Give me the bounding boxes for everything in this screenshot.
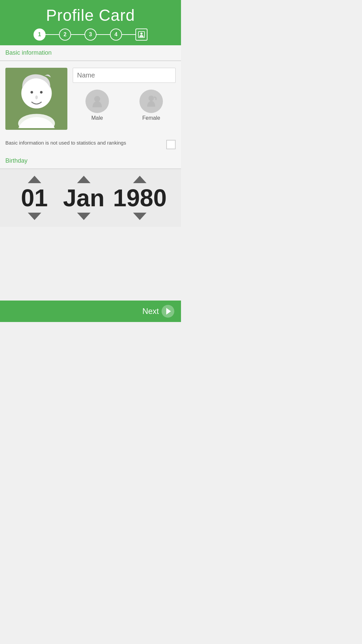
day-down-arrow[interactable] — [28, 213, 41, 220]
step-4[interactable]: 4 — [110, 29, 122, 41]
basic-info-section-header: Basic information — [0, 45, 181, 61]
month-value: Jan — [63, 186, 105, 210]
step-line-1 — [46, 34, 59, 35]
birthday-section-header: Birthday — [0, 153, 181, 169]
year-picker: 1980 — [113, 176, 167, 220]
privacy-checkbox[interactable] — [166, 140, 176, 149]
svg-point-5 — [40, 91, 43, 94]
female-label: Female — [142, 115, 160, 121]
privacy-row: Basic information is not used to statist… — [0, 135, 181, 153]
gender-row: Male Female — [73, 90, 176, 121]
male-icon — [85, 90, 109, 113]
basic-info-label: Basic information — [5, 49, 52, 56]
day-up-arrow[interactable] — [28, 176, 41, 183]
male-label: Male — [91, 115, 103, 121]
svg-point-1 — [140, 33, 142, 35]
svg-point-8 — [94, 96, 100, 102]
female-icon — [139, 90, 163, 113]
next-button[interactable]: Next — [142, 305, 174, 318]
year-up-arrow[interactable] — [133, 176, 146, 183]
next-label: Next — [142, 307, 159, 316]
day-value: 01 — [14, 186, 55, 210]
month-up-arrow[interactable] — [77, 176, 90, 183]
female-option[interactable]: Female — [139, 90, 163, 121]
right-panel: Male Female — [73, 68, 176, 121]
app-header: Profile Card 1 2 3 4 — [0, 0, 181, 45]
birthday-section: 01 Jan 1980 — [0, 169, 181, 227]
day-picker: 01 — [14, 176, 55, 220]
next-circle — [162, 305, 174, 318]
month-down-arrow[interactable] — [77, 213, 90, 220]
birthday-picker: 01 Jan 1980 — [0, 169, 181, 227]
basic-info-area: Male Female — [0, 61, 181, 135]
svg-point-6 — [35, 96, 38, 99]
page-title: Profile Card — [7, 6, 174, 24]
svg-point-7 — [18, 114, 55, 128]
name-input[interactable] — [73, 68, 176, 83]
svg-point-9 — [148, 96, 154, 101]
year-value: 1980 — [113, 186, 167, 210]
next-chevron-icon — [166, 308, 171, 315]
step-2[interactable]: 2 — [59, 29, 71, 41]
step-indicator: 1 2 3 4 — [7, 29, 174, 41]
step-3[interactable]: 3 — [84, 29, 97, 41]
male-option[interactable]: Male — [85, 90, 109, 121]
step-photo[interactable] — [135, 29, 147, 41]
step-line-3 — [97, 34, 110, 35]
svg-point-4 — [31, 91, 33, 94]
privacy-text: Basic information is not used to statist… — [5, 139, 162, 146]
step-line-2 — [71, 34, 84, 35]
month-picker: Jan — [63, 176, 105, 220]
step-1[interactable]: 1 — [34, 29, 46, 41]
bottom-bar: Next — [0, 301, 181, 322]
year-down-arrow[interactable] — [133, 213, 146, 220]
avatar-container[interactable] — [5, 68, 67, 130]
birthday-label: Birthday — [5, 157, 27, 164]
step-line-4 — [122, 34, 135, 35]
